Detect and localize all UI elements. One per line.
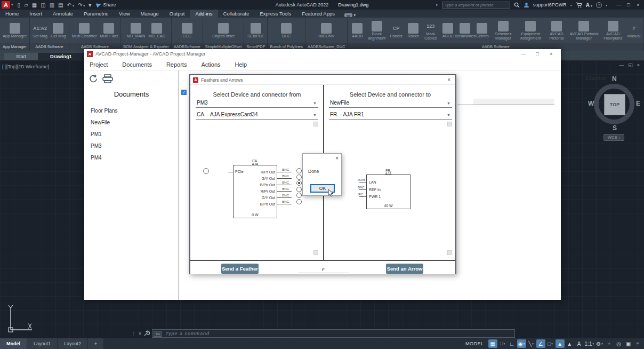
ribbon-display-toggle[interactable]: ▬ ▾ [344,13,356,18]
from-connector-dropdown[interactable]: CA. - AJA ExpressCard34 ▼ [196,110,318,120]
ribbon-tab[interactable]: Home [0,10,24,18]
angle-icon[interactable]: ∠ [536,339,545,348]
connector-radio[interactable] [296,168,302,173]
ribbon-button[interactable]: Schemes Manager [491,20,515,41]
document-list-item[interactable]: PM4 [84,152,179,163]
open-folder-icon[interactable]: ▱ [24,2,28,8]
layout-tab[interactable]: Layout1 [27,338,58,349]
ribbon-button[interactable]: IMCONV [317,22,335,39]
customize-quick-access-icon[interactable]: ▾ [88,2,91,8]
layout-tab[interactable]: Model [0,338,27,349]
document-list-item[interactable]: Floor Plans [84,105,179,116]
ribbon-tab[interactable]: Featured Apps [296,10,340,18]
model-space-label[interactable]: MODEL [462,341,488,346]
isodraft-icon[interactable]: ╲ [527,339,536,348]
pm-menu-item[interactable]: Reports [166,61,187,68]
search-expander-icon[interactable]: ▸ [436,3,438,7]
undo-icon[interactable]: ↶ [67,2,74,8]
logo-caret-icon[interactable]: ▾ [11,3,13,7]
connector-radio[interactable] [296,180,302,186]
to-connector-dropdown[interactable]: FR. - AJA FR1 ▼ [329,110,452,120]
user-icon[interactable] [524,2,529,8]
refresh-icon[interactable] [88,74,98,84]
viewport-close-button[interactable]: × [637,62,640,68]
viewport-restore-button[interactable]: ◱ [628,62,633,68]
document-list-item[interactable]: PM1 [84,128,179,140]
ribbon-button[interactable]: MD_MAIN [126,22,147,39]
share-button[interactable]: Share [96,2,116,7]
connector-radio[interactable] [296,193,302,198]
view-cube[interactable]: N W E S TOP WCS [590,76,640,140]
ribbon-button[interactable]: AVCAD Floorplans [601,20,625,41]
ribbon-panel-label[interactable]: AADB Software [30,43,69,51]
clean-screen-icon[interactable]: ▣ [624,339,633,348]
username-label[interactable]: support6PGWR [533,2,567,7]
popup-close-button[interactable]: × [335,155,339,161]
document-list-item[interactable]: NewFile [84,116,179,128]
autocad-logo-icon[interactable]: A [2,1,10,9]
wrench-icon[interactable] [143,330,150,337]
command-input[interactable] [152,329,515,338]
app-store-cart-icon[interactable] [576,2,582,8]
pm-menu-item[interactable]: Help [235,61,247,68]
send-a-feather-button[interactable]: Send a Feather [221,264,259,274]
send-an-arrow-button[interactable]: Send an Arrow [386,264,423,274]
ribbon-button[interactable]: Multi Chamfer [71,22,98,39]
command-prompt-icon[interactable]: > [154,331,162,337]
pm-maximize-button[interactable]: □ [530,51,544,57]
ribbon-tab[interactable]: Insert [24,10,47,18]
dialog-close-button[interactable]: × [445,77,453,83]
snap-icon[interactable]: ∷ [498,339,507,348]
ribbon-button[interactable]: GetInfo [474,22,490,39]
viewport-controls-label[interactable]: [-][Top][2D Wireframe] [2,64,49,69]
feather-name-input[interactable]: F [298,267,349,273]
command-bar-grip-icon[interactable]: ⋮ [131,331,136,337]
layout-tab[interactable]: + [88,338,104,349]
object-snap-icon[interactable]: □ [546,339,555,348]
from-device-radio[interactable] [203,168,209,174]
publish-icon[interactable]: ▤ [58,2,63,8]
pm-menu-item[interactable]: Project [90,61,108,68]
command-bar-close-icon[interactable]: × [139,331,141,336]
autodesk-a-icon[interactable]: A [586,2,592,8]
keyword-search-input[interactable] [442,2,510,9]
scale-ratio-icon[interactable]: 1:1 [584,339,594,348]
user-menu-caret-icon[interactable]: ▾ [570,3,572,7]
resize-grip[interactable] [447,122,452,126]
save-icon[interactable]: ▦ [32,2,37,8]
file-tab[interactable]: Start [4,53,38,60]
help-caret-icon[interactable]: ▾ [606,3,607,7]
ribbon-button[interactable]: ABOC [440,22,456,39]
grid-icon[interactable]: ▦ [488,339,497,348]
wcs-dropdown[interactable]: WCS [603,134,624,141]
new-file-icon[interactable]: ▯ [18,2,21,8]
ribbon-panel-label[interactable]: App Manager [0,43,29,51]
compass-west-label[interactable]: W [588,100,594,107]
hamburger-menu-icon[interactable]: ≡ [633,339,642,348]
polar-tracking-icon[interactable]: ◉ [517,339,526,348]
viewport-minimize-button[interactable]: — [619,62,624,68]
settings-gear-icon[interactable]: ⚙ [595,339,604,348]
ribbon-button[interactable]: Multi Fillet [99,22,119,39]
redo-icon[interactable]: ↷ [78,2,85,8]
pm-menu-item[interactable]: Actions [201,61,220,68]
pm-close-button[interactable]: × [544,51,558,57]
file-tab[interactable]: Drawing1 [38,53,84,60]
connector-radio[interactable] [296,199,302,204]
ribbon-tab[interactable]: Manage [135,10,164,18]
ribbon-tab[interactable]: Output [164,10,190,18]
help-icon[interactable]: ? [596,2,602,8]
resize-grip[interactable] [447,250,452,255]
ortho-icon[interactable]: ∟ [508,339,517,348]
ribbon-button[interactable]: ObjectOffset [211,22,236,39]
from-device-dropdown[interactable]: PM3 ▼ [196,98,318,108]
pm-menu-item[interactable]: Documents [122,61,152,68]
ribbon-tab[interactable]: Add-ins [190,10,218,18]
document-list-item[interactable]: PM3 [84,140,179,152]
to-device-dropdown[interactable]: NewFile ▼ [329,98,452,108]
ribbon-button[interactable]: Equipment Assignment [516,20,545,41]
annotation-visibility-icon[interactable]: ▲ [556,339,565,348]
ribbon-button[interactable]: Racks [405,22,421,39]
printer-icon[interactable] [102,74,114,84]
ribbon-button[interactable]: App Manager [2,22,28,39]
